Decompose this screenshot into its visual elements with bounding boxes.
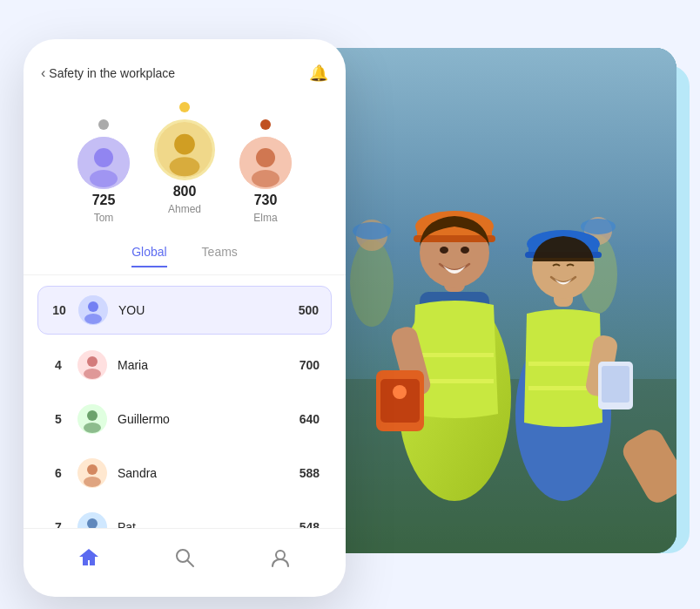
svg-point-47 [84, 314, 102, 324]
leader-avatar-elma [239, 137, 292, 189]
name-maria: Maria [118, 358, 289, 372]
svg-point-43 [256, 148, 275, 167]
leaderboard-row-you: 10 YOU 500 [37, 286, 332, 335]
leaderboard-row-maria: 4 Maria 700 [37, 342, 332, 389]
tabs-row: Global Teams [24, 238, 346, 275]
svg-point-49 [87, 356, 98, 367]
tab-teams[interactable]: Teams [202, 245, 238, 267]
svg-point-46 [88, 301, 98, 312]
rank-sandra: 6 [50, 466, 67, 480]
leader-name-tom: Tom [94, 212, 114, 224]
svg-point-65 [276, 551, 285, 559]
score-pat: 548 [300, 520, 320, 528]
avatar-guillermo [77, 404, 107, 434]
svg-point-5 [353, 222, 391, 240]
workers-photo [302, 48, 676, 553]
phone-header: ‹ Safety in the workplace 🔔 [24, 39, 346, 93]
leader-avatar-ahmed [154, 119, 215, 180]
rank-dot-1 [179, 102, 190, 112]
nav-search-icon[interactable] [168, 541, 201, 579]
bell-icon[interactable]: 🔔 [309, 64, 328, 83]
svg-line-64 [187, 560, 193, 566]
nav-home-icon[interactable] [72, 541, 105, 579]
svg-rect-11 [415, 353, 494, 357]
svg-point-53 [84, 423, 101, 433]
svg-point-40 [174, 133, 195, 154]
avatar-pat [77, 512, 107, 528]
main-scene: ‹ Safety in the workplace 🔔 725 Tom [24, 22, 676, 588]
photo-card [302, 48, 676, 553]
svg-point-38 [90, 170, 118, 187]
score-sandra: 588 [300, 466, 320, 480]
leader-score-tom: 725 [92, 193, 116, 208]
svg-point-41 [170, 157, 200, 176]
leader-item-3rd: 725 Tom [77, 119, 130, 224]
bottom-nav [24, 528, 346, 597]
nav-profile-icon[interactable] [264, 541, 297, 579]
svg-point-8 [581, 219, 616, 234]
name-you: YOU [118, 303, 288, 317]
rank-guillermo: 5 [50, 412, 67, 426]
leader-item-2nd: 730 Elma [239, 119, 292, 224]
back-arrow-icon: ‹ [41, 65, 45, 81]
avatar-maria [77, 350, 107, 380]
score-maria: 700 [300, 358, 320, 372]
svg-point-23 [393, 385, 407, 399]
tab-global[interactable]: Global [131, 245, 166, 267]
leader-avatar-tom [77, 137, 130, 189]
svg-point-37 [94, 148, 113, 167]
svg-point-19 [461, 247, 469, 254]
svg-point-56 [84, 477, 101, 487]
rank-maria: 4 [50, 358, 67, 372]
avatar-you [78, 295, 108, 325]
leader-item-1st: 800 Ahmed [154, 102, 215, 215]
leaderboard-row-pat: 7 Pat 548 [37, 504, 332, 528]
svg-point-3 [350, 240, 394, 327]
svg-point-44 [252, 170, 279, 187]
svg-rect-34 [602, 366, 629, 403]
back-button[interactable]: ‹ Safety in the workplace [41, 65, 175, 81]
leader-score-elma: 730 [254, 193, 278, 208]
rank-dot-3 [98, 119, 109, 130]
avatar-sandra [77, 458, 107, 488]
rank-dot-2 [260, 119, 271, 130]
leaderboard-row-sandra: 6 Sandra 588 [37, 450, 332, 497]
leader-score-ahmed: 800 [173, 184, 197, 200]
svg-point-55 [87, 464, 98, 475]
leader-name-elma: Elma [253, 212, 277, 224]
leader-name-ahmed: Ahmed [168, 203, 201, 215]
score-guillermo: 640 [300, 412, 320, 426]
phone-card: ‹ Safety in the workplace 🔔 725 Tom [24, 39, 346, 597]
svg-point-52 [87, 410, 98, 421]
leaderboard-list: 10 YOU 500 4 Maria 700 5 [24, 275, 346, 528]
rank-pat: 7 [50, 520, 67, 528]
svg-point-50 [84, 369, 101, 379]
name-sandra: Sandra [118, 466, 289, 480]
name-pat: Pat [118, 520, 289, 528]
svg-rect-25 [528, 362, 596, 366]
header-title: Safety in the workplace [49, 66, 175, 80]
leaders-section: 725 Tom 800 Ahmed 730 Elma [24, 93, 346, 238]
name-guillermo: Guillermo [118, 412, 289, 426]
rank-you: 10 [50, 303, 68, 317]
svg-point-18 [440, 247, 448, 254]
leaderboard-row-guillermo: 5 Guillermo 640 [37, 396, 332, 443]
score-you: 500 [299, 303, 319, 317]
